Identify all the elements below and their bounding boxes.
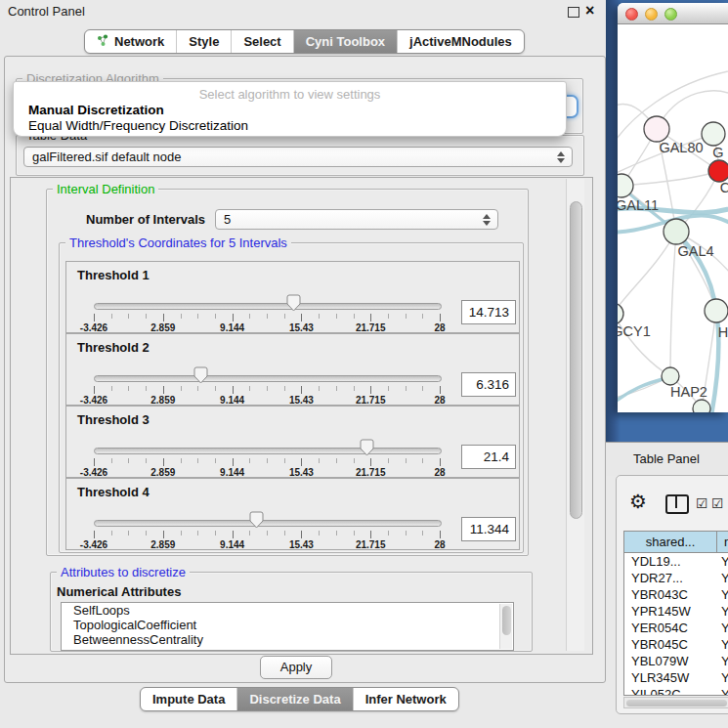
network-node[interactable] <box>702 122 725 146</box>
algorithm-option[interactable]: Equal Width/Frequency Discretization <box>28 118 248 133</box>
tick-mark <box>111 531 112 535</box>
slider-track[interactable] <box>94 303 442 310</box>
table-row[interactable]: YBL079WYBL0 <box>624 653 728 669</box>
tick-mark <box>249 458 250 463</box>
tick-mark <box>440 531 441 538</box>
horizontal-scrollbar[interactable] <box>623 697 728 708</box>
network-node[interactable] <box>693 400 710 412</box>
table-row[interactable]: YBR043CYBR0 <box>624 586 728 603</box>
threshold-value-input[interactable]: 11.344 <box>461 517 516 541</box>
table-row[interactable]: YER054CYER0 <box>624 620 728 636</box>
scrollbar-thumb[interactable] <box>502 606 511 635</box>
threshold-panel: Threshold 3-3.4262.8599.14415.4321.71528… <box>65 406 520 478</box>
table-header-row: shared... n <box>624 532 728 553</box>
tab-network[interactable]: Network <box>85 30 176 53</box>
network-node[interactable] <box>618 303 623 324</box>
vertical-scrollbar[interactable] <box>566 179 584 651</box>
list-scrollbar[interactable] <box>499 604 512 649</box>
apply-button[interactable]: Apply <box>260 656 332 679</box>
checkbox-icon[interactable]: ☑ <box>711 495 724 511</box>
zoom-traffic-light[interactable] <box>664 8 677 21</box>
table-row[interactable]: YBR045CYBR0 <box>624 636 728 653</box>
tick-mark <box>319 314 320 319</box>
tick-mark <box>181 386 182 391</box>
tick-label: 21.715 <box>356 322 386 333</box>
slider-track[interactable] <box>94 520 442 527</box>
table-row[interactable]: YIL052CYIL0 <box>624 686 728 695</box>
numerical-attributes-list[interactable]: SelfLoopsTopologicalCoefficientBetweenne… <box>61 602 514 651</box>
tick-label: 28 <box>434 539 445 550</box>
network-edge <box>621 171 719 186</box>
tab-select[interactable]: Select <box>231 30 292 53</box>
scrollbar-thumb[interactable] <box>626 700 727 707</box>
slider-thumb[interactable] <box>360 439 374 456</box>
network-node[interactable] <box>708 160 728 182</box>
network-node[interactable] <box>662 367 679 385</box>
column-header-name[interactable]: n <box>717 532 728 552</box>
tick-mark <box>215 531 216 535</box>
attribute-list-item[interactable]: SelfLoops <box>62 603 513 618</box>
split-columns-icon[interactable] <box>665 494 689 514</box>
tick-mark <box>388 531 389 535</box>
network-window-titlebar[interactable] <box>618 3 728 24</box>
threshold-value-input[interactable]: 14.713 <box>461 300 516 324</box>
tick-mark <box>215 314 216 319</box>
cell-name: YPR1 <box>716 603 728 620</box>
tab-discretize-data[interactable]: Discretize Data <box>236 688 352 710</box>
tick-mark <box>284 531 285 535</box>
network-node[interactable] <box>644 116 669 142</box>
column-header-shared-name[interactable]: shared... <box>624 532 717 552</box>
table-row[interactable]: YPR145WYPR1 <box>624 603 728 620</box>
checkbox-icon[interactable]: ☑ <box>696 495 708 511</box>
panel-title: Control Panel <box>8 4 85 19</box>
tick-label: 21.715 <box>356 467 386 478</box>
tab-label: Network <box>114 34 164 49</box>
algorithm-option[interactable]: Manual Discretization <box>28 103 164 117</box>
node-table: shared... n YDL19...YDL1YDR27...YDR2YBR0… <box>623 531 728 696</box>
tick-label: 15.43 <box>289 539 314 550</box>
float-window-icon[interactable] <box>568 7 579 18</box>
tick-mark <box>197 314 198 319</box>
slider-thumb[interactable] <box>193 366 208 384</box>
table-row[interactable]: YDR27...YDR2 <box>624 570 728 586</box>
slider-thumb[interactable] <box>249 511 264 529</box>
table-row[interactable]: YDL19...YDL1 <box>624 553 728 570</box>
network-node-label: GAL80 <box>659 140 703 155</box>
tick-mark <box>128 314 129 319</box>
tick-label: 9.144 <box>220 539 244 550</box>
slider-track[interactable] <box>94 448 442 454</box>
close-traffic-light[interactable] <box>625 8 638 21</box>
attribute-list-item[interactable]: BetweennessCentrality <box>62 632 513 647</box>
tick-mark <box>94 531 95 538</box>
tick-mark <box>284 458 285 463</box>
close-icon[interactable]: × <box>585 2 594 20</box>
group-title: Threshold's Coordinates for 5 Intervals <box>65 236 291 250</box>
number-of-intervals-combobox[interactable]: 5 <box>215 209 498 230</box>
network-node[interactable] <box>705 299 728 322</box>
tab-cyni-toolbox[interactable]: Cyni Toolbox <box>293 30 397 53</box>
tab-infer-network[interactable]: Infer Network <box>353 688 458 710</box>
network-canvas[interactable]: GAL80GCGAL11GAL4GCY1HHAP2 <box>618 24 728 412</box>
top-tab-bar: NetworkStyleSelectCyni ToolboxjActiveMNo… <box>84 29 525 54</box>
tick-mark <box>111 314 112 319</box>
tick-mark <box>301 314 302 321</box>
threshold-value-input[interactable]: 21.4 <box>461 445 516 469</box>
table-row[interactable]: YLR345WYLR3 <box>624 669 728 686</box>
minimize-traffic-light[interactable] <box>645 8 658 21</box>
attribute-list-item[interactable]: TopologicalCoefficient <box>62 618 513 632</box>
scrollbar-thumb[interactable] <box>570 201 582 519</box>
table-body: YDL19...YDL1YDR27...YDR2YBR043CYBR0YPR14… <box>624 553 728 695</box>
tab-impute-data[interactable]: Impute Data <box>141 688 236 710</box>
tab-jactivemnodules[interactable]: jActiveMNodules <box>397 30 524 53</box>
tick-mark <box>319 531 320 535</box>
tab-style[interactable]: Style <box>176 30 231 53</box>
slider-thumb[interactable] <box>286 294 301 312</box>
threshold-value-input[interactable]: 6.316 <box>461 372 516 397</box>
network-node[interactable] <box>664 219 689 244</box>
tick-mark <box>440 314 441 321</box>
slider-track[interactable] <box>94 375 442 382</box>
threshold-label: Threshold 2 <box>77 340 150 355</box>
tick-mark <box>406 314 407 319</box>
cell-name: YDR2 <box>716 570 728 586</box>
gear-icon[interactable]: ⚙ <box>629 492 647 511</box>
